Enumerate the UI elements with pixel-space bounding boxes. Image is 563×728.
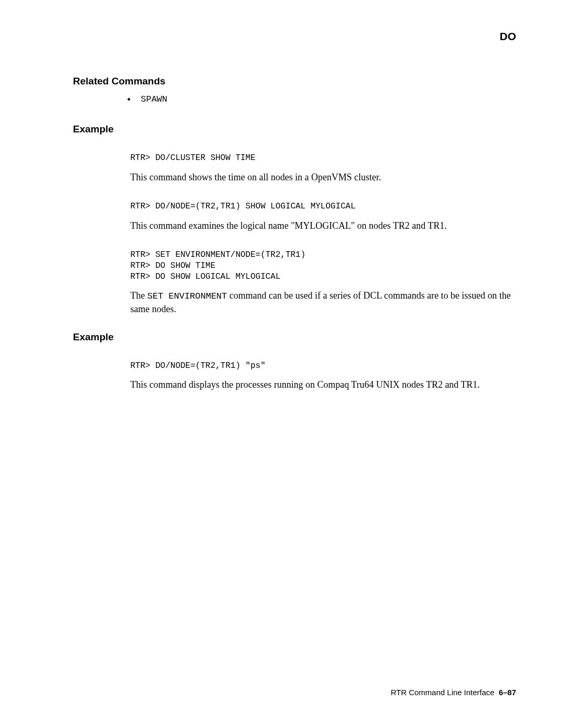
related-commands-list: SPAWN xyxy=(141,93,516,106)
page-footer: RTR Command Line Interface 6–87 xyxy=(390,688,516,697)
related-command-item: SPAWN xyxy=(141,93,516,106)
code-block-1: RTR> DO/CLUSTER SHOW TIME xyxy=(130,153,516,164)
code-block-3: RTR> SET ENVIRONMENT/NODE=(TR2,TR1) RTR>… xyxy=(130,250,516,282)
paragraph-4: This command displays the processes runn… xyxy=(130,378,516,391)
footer-text: RTR Command Line Interface xyxy=(390,688,494,697)
example-heading-2: Example xyxy=(73,331,516,343)
page-header-title: DO xyxy=(500,30,517,43)
example-2-block: RTR> DO/NODE=(TR2,TR1) "ps" This command… xyxy=(130,361,516,391)
related-commands-heading: Related Commands xyxy=(73,76,516,87)
paragraph-3: The SET ENVIRONMENT command can be used … xyxy=(130,289,516,315)
code-block-4: RTR> DO/NODE=(TR2,TR1) "ps" xyxy=(130,361,516,372)
example-heading-1: Example xyxy=(73,124,516,135)
paragraph-2: This command examines the logical name "… xyxy=(130,219,516,232)
para3-mono: SET ENVIRONMENT xyxy=(147,291,227,301)
page: DO Related Commands SPAWN Example RTR> D… xyxy=(0,0,563,728)
code-block-2: RTR> DO/NODE=(TR2,TR1) SHOW LOGICAL MYLO… xyxy=(130,201,516,212)
example-1-block: RTR> DO/CLUSTER SHOW TIME This command s… xyxy=(130,153,516,316)
footer-page-number: 6–87 xyxy=(499,688,516,697)
para3-pre: The xyxy=(130,290,147,301)
paragraph-1: This command shows the time on all nodes… xyxy=(130,171,516,183)
